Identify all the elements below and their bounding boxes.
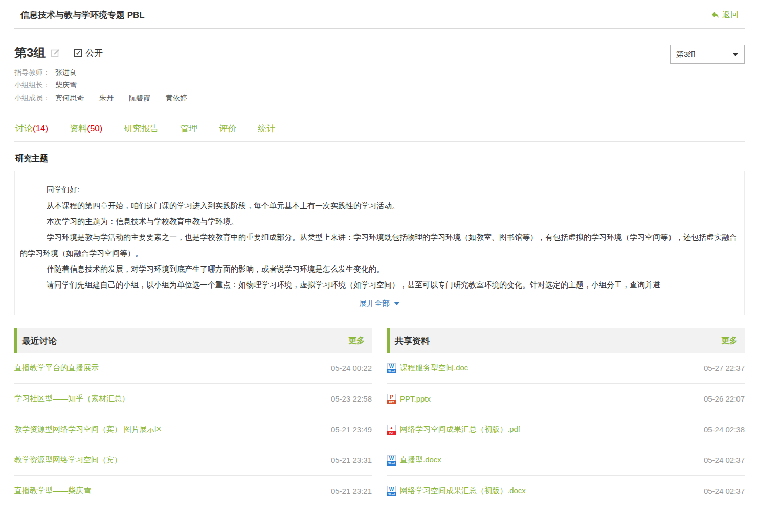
page-title: 信息技术与教与学环境专题 PBL — [20, 9, 145, 21]
word-file-icon: WWord — [387, 363, 396, 373]
discussion-date: 05-21 23:21 — [331, 486, 372, 495]
top-bar: 信息技术与教与学环境专题 PBL 返回 — [14, 0, 745, 28]
discussion-row: 教学资源型网络学习空间（宾） 05-21 23:31 — [14, 445, 372, 476]
file-link[interactable]: 网络学习空间成果汇总（初版）.docx — [400, 486, 526, 496]
discussions-panel-header: 最近讨论 更多 — [14, 328, 372, 353]
tab-evaluation[interactable]: 评价 — [219, 123, 236, 135]
group-info-block: 第3组 公开 指导教师：张进良 小组组长：柴庆雪 小组成员：宾何思奇朱丹阮碧霞黄… — [14, 45, 203, 104]
teacher-label: 指导教师： — [14, 68, 50, 76]
tab-manage[interactable]: 管理 — [180, 123, 197, 135]
topic-paragraph: 本次学习的主题为：信息技术与学校教育中教与学环境。 — [20, 213, 739, 229]
file-link[interactable]: 课程服务型空间.doc — [400, 363, 468, 373]
file-row: PPPT PPT.pptx 05-26 22:07 — [387, 384, 745, 414]
dropdown-arrow-icon[interactable] — [726, 45, 744, 63]
discussion-row: 教学资源型网络学习空间（宾） 图片展示区 05-21 23:49 — [14, 414, 372, 445]
recent-discussions-panel: 最近讨论 更多 直播教学平台的直播展示 05-24 00:22 学习社区型——知… — [14, 328, 372, 506]
discussion-link[interactable]: 直播教学平台的直播展示 — [14, 363, 99, 373]
tab-materials-count: (50) — [87, 124, 102, 134]
topic-paragraph: 伴随着信息技术的发展，对学习环境到底产生了哪方面的影响，或者说学习环境是怎么发生… — [20, 261, 739, 277]
back-arrow-icon — [711, 11, 720, 19]
member-name: 阮碧霞 — [129, 94, 150, 102]
discussions-more-link[interactable]: 更多 — [348, 336, 365, 346]
expand-arrow-icon — [394, 302, 400, 305]
tab-bar: 讨论(14) 资料(50) 研究报告 管理 评价 统计 — [14, 123, 745, 135]
leader-name: 柴庆雪 — [55, 81, 77, 89]
member-name: 朱丹 — [99, 94, 114, 102]
tab-discussion[interactable]: 讨论(14) — [15, 123, 48, 135]
members-label: 小组成员： — [14, 94, 50, 102]
files-panel-header: 共享资料 更多 — [387, 328, 745, 353]
word-file-icon: WWord — [387, 455, 396, 465]
discussion-row: 直播教学平台的直播展示 05-24 00:22 — [14, 353, 372, 384]
discussion-link[interactable]: 学习社区型——知乎（素材汇总） — [14, 394, 129, 404]
teacher-name: 张进良 — [55, 68, 77, 76]
topic-paragraph: 请同学们先组建自己的小组，以小组为单位选一个重点：如物理学习环境，虚拟学习环境（… — [20, 277, 739, 293]
file-date: 05-27 22:37 — [704, 364, 745, 372]
tab-statistics[interactable]: 统计 — [258, 123, 275, 135]
shared-files-panel: 共享资料 更多 WWord 课程服务型空间.doc 05-27 22:37 PP… — [387, 328, 745, 506]
back-label: 返回 — [722, 10, 739, 20]
tab-report[interactable]: 研究报告 — [124, 123, 159, 135]
public-checkbox[interactable] — [74, 49, 82, 57]
pdf-file-icon: ▲PDF — [387, 425, 396, 435]
topic-heading: 研究主题 — [14, 153, 745, 164]
files-panel-title: 共享资料 — [395, 335, 430, 347]
teacher-row: 指导教师：张进良 — [14, 66, 203, 79]
discussion-date: 05-24 00:22 — [331, 364, 372, 372]
group-selector-value: 第3组 — [671, 45, 726, 63]
file-date: 05-24 02:37 — [704, 486, 745, 495]
leader-row: 小组组长：柴庆雪 — [14, 79, 203, 92]
topic-box: 同学们好: 从本课程的第四章开始，咱们这门课的学习进入到实践阶段，每个单元基本上… — [14, 171, 745, 315]
file-date: 05-26 22:07 — [704, 394, 745, 403]
discussion-date: 05-23 22:58 — [331, 394, 372, 403]
member-name: 宾何思奇 — [55, 94, 84, 102]
file-date: 05-24 02:38 — [704, 425, 745, 434]
group-selector[interactable]: 第3组 — [670, 45, 745, 64]
word-file-icon: WWord — [387, 486, 396, 496]
tab-discussion-count: (14) — [33, 124, 48, 134]
topic-paragraph: 学习环境是教与学活动的主要要素之一，也是学校教育中的重要组成部分。从类型上来讲：… — [20, 229, 739, 261]
file-row: WWord 直播型.docx 05-24 02:37 — [387, 445, 745, 476]
members-row: 小组成员：宾何思奇朱丹阮碧霞黄依婷 — [14, 92, 203, 104]
file-link[interactable]: 网络学习空间成果汇总（初版）.pdf — [400, 425, 520, 434]
header-divider — [14, 28, 745, 29]
page: 信息技术与教与学环境专题 PBL 返回 第3组 公开 — [0, 0, 759, 506]
discussion-row: 直播教学型——柴庆雪 05-21 23:21 — [14, 476, 372, 506]
file-row: ▲PDF 网络学习空间成果汇总（初版）.pdf 05-24 02:38 — [387, 414, 745, 445]
topic-paragraph: 从本课程的第四章开始，咱们这门课的学习进入到实践阶段，每个单元基本上有一次实践性… — [20, 197, 739, 213]
expand-all-label: 展开全部 — [359, 299, 390, 308]
back-link[interactable]: 返回 — [711, 10, 739, 20]
edit-icon[interactable] — [51, 48, 60, 58]
file-row: WWord 课程服务型空间.doc 05-27 22:37 — [387, 353, 745, 384]
group-header: 第3组 公开 指导教师：张进良 小组组长：柴庆雪 小组成员：宾何思奇朱丹阮碧霞黄… — [14, 45, 745, 104]
files-more-link[interactable]: 更多 — [721, 336, 738, 346]
discussion-row: 学习社区型——知乎（素材汇总） 05-23 22:58 — [14, 384, 372, 414]
leader-label: 小组组长： — [14, 81, 50, 89]
member-name: 黄依婷 — [166, 94, 187, 102]
discussion-link[interactable]: 教学资源型网络学习空间（宾） — [14, 455, 122, 465]
ppt-file-icon: PPPT — [387, 394, 396, 404]
discussion-link[interactable]: 直播教学型——柴庆雪 — [14, 486, 91, 496]
topic-paragraph: 同学们好: — [20, 182, 739, 197]
file-link[interactable]: PPT.pptx — [400, 394, 431, 403]
file-row: WWord 网络学习空间成果汇总（初版）.docx 05-24 02:37 — [387, 476, 745, 506]
expand-all-link[interactable]: 展开全部 — [359, 299, 400, 308]
discussion-date: 05-21 23:49 — [331, 425, 372, 434]
discussion-link[interactable]: 教学资源型网络学习空间（宾） 图片展示区 — [14, 425, 162, 434]
public-label: 公开 — [85, 47, 103, 59]
file-link[interactable]: 直播型.docx — [400, 455, 441, 465]
discussion-date: 05-21 23:31 — [331, 456, 372, 464]
group-name: 第3组 — [14, 45, 46, 61]
discussions-panel-title: 最近讨论 — [22, 335, 57, 347]
tab-materials[interactable]: 资料(50) — [70, 123, 102, 135]
tab-divider — [14, 141, 745, 142]
file-date: 05-24 02:37 — [704, 456, 745, 464]
public-toggle[interactable]: 公开 — [74, 47, 103, 59]
